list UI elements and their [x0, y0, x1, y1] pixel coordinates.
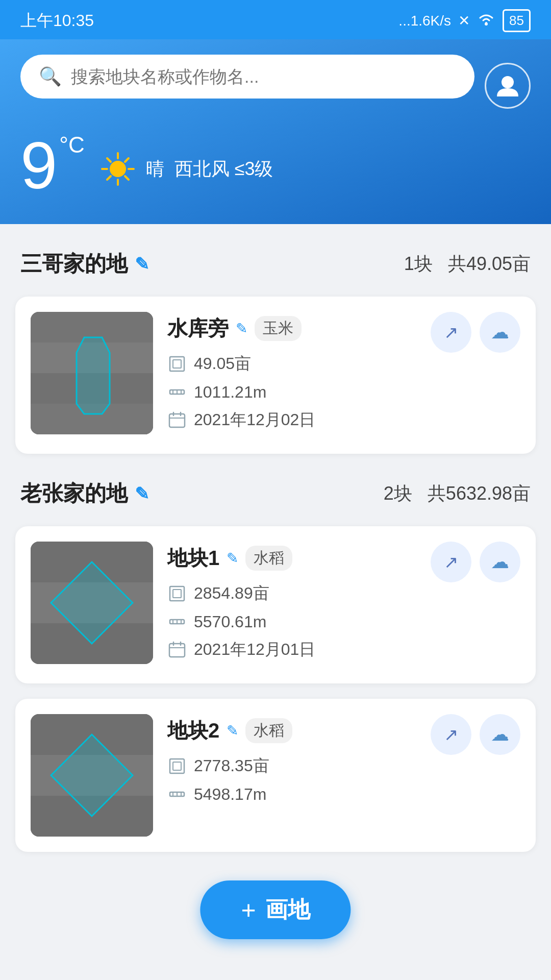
svg-point-2 [110, 161, 126, 177]
group-header-2: 老张家的地 ✎ 2块 共5632.98亩 [15, 469, 536, 518]
svg-rect-38 [169, 644, 185, 657]
wifi-icon [477, 12, 495, 30]
weather-condition: 晴 [146, 157, 164, 182]
field-info-3: 地块2 ✎ 水稻 ↗ ☁ 2778.35亩 5498.17m [167, 714, 520, 811]
field-date-2: 2021年12月01日 [194, 639, 315, 661]
status-bar: 上午10:35 ...1.6K/s ✕ 85 [0, 0, 551, 39]
temp-unit: °C [59, 132, 84, 158]
user-avatar[interactable] [485, 63, 531, 109]
field-name-row-1: 水库旁 ✎ 玉米 [167, 314, 302, 342]
weather-info: 晴 西北风 ≤3级 [100, 151, 273, 187]
area-icon-2 [167, 584, 187, 603]
cloud-button-3[interactable]: ☁ [480, 714, 520, 755]
draw-plus-icon: + [241, 895, 256, 925]
temperature: 9 [20, 132, 57, 199]
ruler-icon-1 [167, 382, 187, 402]
group-header-1: 三哥家的地 ✎ 1块 共49.05亩 [15, 239, 536, 288]
field-card-1: 水库旁 ✎ 玉米 ↗ ☁ 49.05亩 1011.21m [15, 297, 536, 454]
cloud-button-1[interactable]: ☁ [480, 312, 520, 353]
field-perimeter-row-3: 5498.17m [167, 785, 520, 804]
main-content: 三哥家的地 ✎ 1块 共49.05亩 [0, 224, 551, 934]
area-icon-1 [167, 354, 187, 374]
group-title-2: 老张家的地 ✎ [20, 479, 149, 508]
field-thumbnail-2 [31, 542, 153, 664]
field-card-2: 地块1 ✎ 水稻 ↗ ☁ 2854.89亩 5570.61m [15, 526, 536, 683]
action-buttons-2: ↗ ☁ [431, 542, 520, 582]
search-icon: 🔍 [39, 66, 62, 87]
area-icon-3 [167, 756, 187, 776]
field-name-row-3: 地块2 ✎ 水稻 [167, 717, 292, 745]
field-perimeter-2: 5570.61m [194, 612, 266, 631]
field-area-row-2: 2854.89亩 [167, 582, 520, 605]
field-area-2: 2854.89亩 [194, 582, 269, 605]
field-perimeter-1: 1011.21m [194, 383, 266, 402]
field-name-row-2: 地块1 ✎ 水稻 [167, 544, 292, 572]
field-perimeter-row-2: 5570.61m [167, 612, 520, 631]
field-edit-icon-3[interactable]: ✎ [227, 722, 238, 739]
field-name-3: 地块2 [167, 717, 219, 745]
field-name-2: 地块1 [167, 544, 219, 572]
share-button-1[interactable]: ↗ [431, 312, 471, 353]
svg-rect-48 [173, 762, 181, 770]
field-date-row-2: 2021年12月01日 [167, 639, 520, 661]
action-buttons-1: ↗ ☁ [431, 312, 520, 353]
draw-button-label: 画地 [265, 895, 310, 925]
search-bar[interactable]: 🔍 [20, 55, 474, 99]
svg-line-7 [107, 158, 111, 162]
field-perimeter-row-1: 1011.21m [167, 382, 520, 402]
group-edit-icon-1[interactable]: ✎ [135, 254, 149, 274]
weather-wind: 西北风 ≤3级 [174, 157, 273, 182]
draw-field-button[interactable]: + 画地 [200, 880, 350, 939]
share-button-2[interactable]: ↗ [431, 542, 471, 582]
network-speed: ...1.6K/s [398, 13, 451, 29]
field-edit-icon-2[interactable]: ✎ [227, 550, 238, 567]
field-area-1: 49.05亩 [194, 353, 251, 375]
share-button-3[interactable]: ↗ [431, 714, 471, 755]
battery-icon: 85 [503, 9, 531, 32]
action-buttons-3: ↗ ☁ [431, 714, 520, 755]
field-area-3: 2778.35亩 [194, 755, 269, 777]
svg-rect-47 [170, 759, 184, 773]
ruler-icon-2 [167, 612, 187, 631]
svg-rect-33 [173, 590, 181, 598]
group-title-1: 三哥家的地 ✎ [20, 250, 149, 278]
svg-point-0 [485, 22, 488, 26]
field-edit-icon-1[interactable]: ✎ [236, 320, 247, 337]
svg-line-8 [125, 176, 129, 180]
ruler-icon-3 [167, 785, 187, 804]
svg-line-10 [107, 176, 111, 180]
signal-icon: ✕ [458, 12, 470, 29]
svg-marker-16 [77, 337, 110, 414]
field-perimeter-3: 5498.17m [194, 785, 266, 804]
group-stats-1: 1块 共49.05亩 [404, 252, 531, 277]
group-stats-2: 2块 共5632.98亩 [384, 481, 531, 506]
svg-rect-17 [170, 357, 184, 371]
status-right: ...1.6K/s ✕ 85 [398, 9, 531, 32]
field-date-1: 2021年12月02日 [194, 409, 315, 431]
calendar-icon-2 [167, 640, 187, 659]
field-info-2: 地块1 ✎ 水稻 ↗ ☁ 2854.89亩 5570.61m [167, 542, 520, 668]
svg-rect-23 [169, 414, 185, 427]
svg-point-1 [502, 76, 514, 88]
svg-rect-32 [170, 586, 184, 601]
field-card-3: 地块2 ✎ 水稻 ↗ ☁ 2778.35亩 5498.17m [15, 699, 536, 852]
group-edit-icon-2[interactable]: ✎ [135, 483, 149, 504]
svg-line-9 [125, 158, 129, 162]
status-time: 上午10:35 [20, 10, 94, 32]
field-date-row-1: 2021年12月02日 [167, 409, 520, 431]
field-area-row-1: 49.05亩 [167, 353, 520, 375]
weather-section: 9 °C 晴 西北风 ≤3级 [20, 132, 531, 199]
crop-tag-2: 水稻 [245, 546, 292, 571]
search-input[interactable] [71, 67, 456, 87]
crop-tag-3: 水稻 [245, 718, 292, 743]
field-area-row-3: 2778.35亩 [167, 755, 520, 777]
sun-icon [100, 151, 136, 187]
cloud-button-2[interactable]: ☁ [480, 542, 520, 582]
svg-rect-18 [173, 360, 181, 368]
field-thumbnail-1 [31, 312, 153, 434]
calendar-icon-1 [167, 410, 187, 430]
field-thumbnail-3 [31, 714, 153, 837]
crop-tag-1: 玉米 [255, 316, 302, 341]
field-name-1: 水库旁 [167, 314, 229, 342]
fab-container: + 画地 [200, 880, 350, 939]
